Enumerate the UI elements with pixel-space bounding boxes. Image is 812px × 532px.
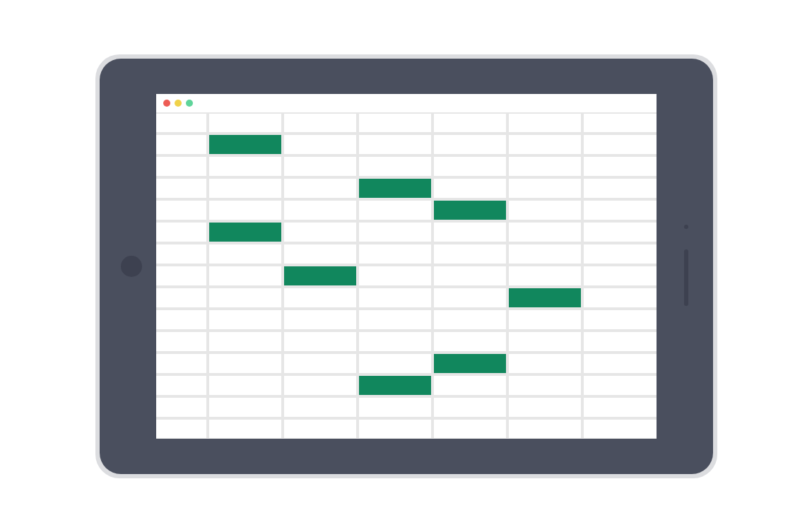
cell-filled[interactable] xyxy=(284,266,356,285)
cell[interactable] xyxy=(156,223,206,242)
cell[interactable] xyxy=(509,244,581,264)
cell[interactable] xyxy=(434,310,506,329)
cell[interactable] xyxy=(359,398,431,417)
cell[interactable] xyxy=(284,376,356,395)
cell[interactable] xyxy=(584,157,656,176)
cell[interactable] xyxy=(509,114,581,133)
cell[interactable] xyxy=(209,244,281,264)
cell[interactable] xyxy=(434,135,506,154)
cell[interactable] xyxy=(209,376,281,395)
cell-filled[interactable] xyxy=(359,179,431,198)
cell[interactable] xyxy=(584,114,656,133)
cell[interactable] xyxy=(434,332,506,351)
cell[interactable] xyxy=(434,179,506,198)
cell[interactable] xyxy=(359,266,431,285)
cell[interactable] xyxy=(284,420,356,439)
cell[interactable] xyxy=(509,420,581,439)
cell[interactable] xyxy=(434,376,506,395)
cell[interactable] xyxy=(509,223,581,242)
cell[interactable] xyxy=(509,332,581,351)
cell[interactable] xyxy=(359,135,431,154)
cell[interactable] xyxy=(359,244,431,264)
cell[interactable] xyxy=(359,354,431,373)
cell[interactable] xyxy=(434,244,506,264)
cell[interactable] xyxy=(584,354,656,373)
cell[interactable] xyxy=(584,332,656,351)
cell[interactable] xyxy=(209,332,281,351)
home-button[interactable] xyxy=(121,256,142,277)
cell[interactable] xyxy=(584,376,656,395)
cell[interactable] xyxy=(434,157,506,176)
cell[interactable] xyxy=(584,244,656,264)
cell[interactable] xyxy=(509,157,581,176)
cell[interactable] xyxy=(509,201,581,220)
cell[interactable] xyxy=(284,201,356,220)
cell[interactable] xyxy=(209,114,281,133)
cell[interactable] xyxy=(359,332,431,351)
cell[interactable] xyxy=(284,398,356,417)
cell-filled[interactable] xyxy=(209,223,281,242)
cell[interactable] xyxy=(284,244,356,264)
cell[interactable] xyxy=(156,376,206,395)
cell[interactable] xyxy=(509,354,581,373)
cell[interactable] xyxy=(284,223,356,242)
cell[interactable] xyxy=(359,420,431,439)
cell[interactable] xyxy=(209,288,281,307)
cell[interactable] xyxy=(156,354,206,373)
cell[interactable] xyxy=(584,288,656,307)
cell[interactable] xyxy=(156,135,206,154)
cell[interactable] xyxy=(434,420,506,439)
cell[interactable] xyxy=(509,135,581,154)
cell[interactable] xyxy=(584,135,656,154)
cell[interactable] xyxy=(284,288,356,307)
close-icon[interactable] xyxy=(163,100,170,107)
cell[interactable] xyxy=(156,310,206,329)
cell[interactable] xyxy=(509,179,581,198)
cell[interactable] xyxy=(284,179,356,198)
cell[interactable] xyxy=(209,201,281,220)
cell[interactable] xyxy=(584,201,656,220)
cell[interactable] xyxy=(156,420,206,439)
cell[interactable] xyxy=(209,420,281,439)
cell[interactable] xyxy=(584,420,656,439)
cell[interactable] xyxy=(156,114,206,133)
cell-filled[interactable] xyxy=(209,135,281,154)
cell[interactable] xyxy=(359,157,431,176)
cell[interactable] xyxy=(284,135,356,154)
cell[interactable] xyxy=(509,266,581,285)
cell[interactable] xyxy=(284,332,356,351)
cell[interactable] xyxy=(584,266,656,285)
cell[interactable] xyxy=(434,223,506,242)
cell[interactable] xyxy=(156,157,206,176)
cell[interactable] xyxy=(509,310,581,329)
cell[interactable] xyxy=(284,354,356,373)
cell[interactable] xyxy=(584,310,656,329)
cell[interactable] xyxy=(584,179,656,198)
cell[interactable] xyxy=(509,398,581,417)
cell[interactable] xyxy=(284,157,356,176)
cell[interactable] xyxy=(209,354,281,373)
cell[interactable] xyxy=(584,398,656,417)
zoom-icon[interactable] xyxy=(186,100,193,107)
cell[interactable] xyxy=(359,201,431,220)
cell[interactable] xyxy=(156,332,206,351)
cell[interactable] xyxy=(584,223,656,242)
cell[interactable] xyxy=(434,114,506,133)
cell[interactable] xyxy=(156,179,206,198)
cell[interactable] xyxy=(156,201,206,220)
spreadsheet-grid[interactable] xyxy=(156,112,657,439)
cell[interactable] xyxy=(359,223,431,242)
cell[interactable] xyxy=(209,266,281,285)
cell[interactable] xyxy=(434,288,506,307)
cell[interactable] xyxy=(156,266,206,285)
cell[interactable] xyxy=(359,310,431,329)
cell[interactable] xyxy=(156,244,206,264)
cell-filled[interactable] xyxy=(434,201,506,220)
cell[interactable] xyxy=(156,288,206,307)
cell[interactable] xyxy=(156,398,206,417)
cell[interactable] xyxy=(359,288,431,307)
cell-filled[interactable] xyxy=(509,288,581,307)
cell[interactable] xyxy=(284,310,356,329)
cell[interactable] xyxy=(209,157,281,176)
cell[interactable] xyxy=(209,179,281,198)
